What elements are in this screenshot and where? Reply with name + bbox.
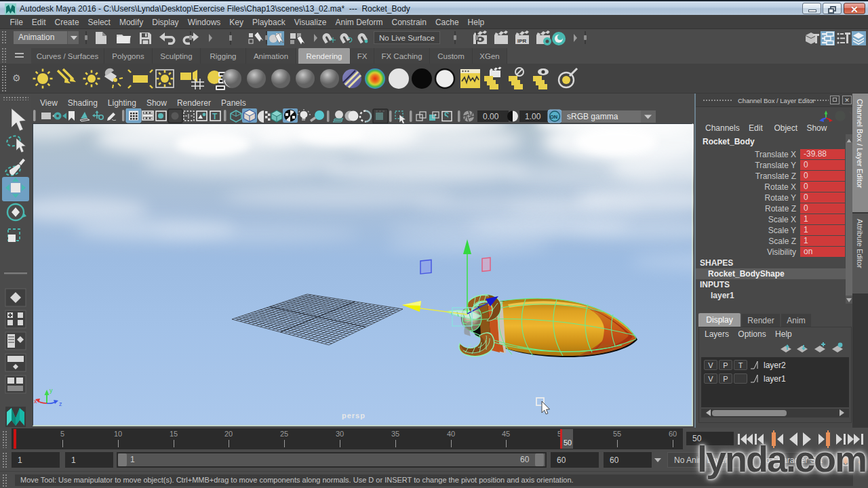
- svg-text:0.00: 0.00: [483, 112, 499, 121]
- svg-text:x: x: [34, 398, 37, 405]
- svg-text:1.00: 1.00: [525, 112, 541, 121]
- svg-text:IPR: IPR: [517, 38, 527, 44]
- svg-text:y: y: [50, 387, 53, 394]
- svg-text:ON: ON: [550, 114, 557, 120]
- svg-text:z: z: [59, 401, 62, 407]
- svg-text:T: T: [212, 112, 218, 121]
- svg-text:sRGB gamma: sRGB gamma: [567, 112, 618, 121]
